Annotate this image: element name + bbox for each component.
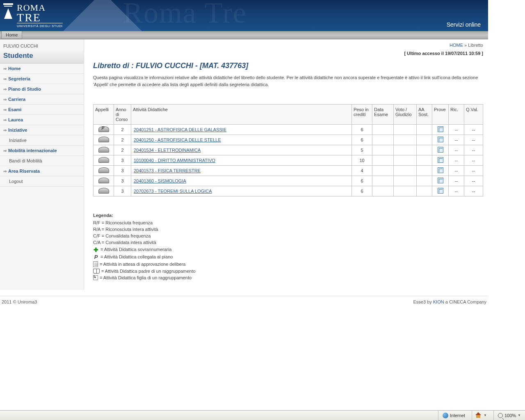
legenda-collegata: = Attività Didattica collegata al piano xyxy=(100,254,173,259)
legenda-sovrannumeraria: = Attività Didattica sovrannumeraria xyxy=(100,247,171,252)
arrow-right-icon: ⇒ xyxy=(3,97,7,102)
prove-icon[interactable] xyxy=(438,137,443,142)
sidebar-item-label: Laurea xyxy=(8,117,23,122)
activity-link[interactable]: 20401251 - ASTROFISICA DELLE GALASSIE xyxy=(134,127,226,132)
user-role: Studente xyxy=(0,50,84,64)
svg-marker-2 xyxy=(4,8,12,19)
activity-link[interactable]: 20702673 - TEOREMI SULLA LOGICA xyxy=(134,189,212,194)
cell-qval: -- xyxy=(464,166,483,176)
cell-peso: 6 xyxy=(352,186,372,196)
prove-icon[interactable] xyxy=(438,167,443,173)
cell-peso: 5 xyxy=(352,145,372,155)
appello-icon[interactable] xyxy=(98,137,109,142)
legenda-ra: R/A = Riconosciuta intera attività xyxy=(93,227,483,232)
sidebar-item-piano-di-studio[interactable]: ⇒Piano di Studio xyxy=(0,84,84,94)
plus-icon: ✚ xyxy=(93,247,99,252)
activity-link[interactable]: 20401250 - ASTROFISICA DELLE STELLE xyxy=(134,137,221,142)
appello-icon[interactable] xyxy=(98,157,109,163)
sidebar-item-area-riservata[interactable]: ⇒Area Riservata xyxy=(0,166,84,176)
activity-link[interactable]: 20401534 - ELETTRODINAMICA xyxy=(134,148,201,153)
cell-ric: -- xyxy=(449,125,464,135)
sidebar-item-laurea[interactable]: ⇒Laurea xyxy=(0,115,84,125)
cell-anno: 3 xyxy=(114,176,131,186)
cell-anno: 2 xyxy=(114,125,131,135)
cell-qval: -- xyxy=(464,176,483,186)
appello-icon[interactable] xyxy=(98,147,109,153)
cell-ric: -- xyxy=(449,135,464,145)
home-tab[interactable]: Home xyxy=(1,31,22,39)
legenda-padre: = Attività Didattica padre di un raggrup… xyxy=(101,269,196,274)
legenda-cf: C/F = Convalidata frequenza xyxy=(93,233,483,238)
activity-link[interactable]: 10100040 - DIRITTO AMMINISTRATIVO xyxy=(134,158,215,163)
appello-icon[interactable] xyxy=(98,167,109,173)
arrow-right-icon: ⇒ xyxy=(3,118,7,122)
th-prove: Prove xyxy=(432,105,449,125)
university-logo[interactable]: ROMA TRE UNIVERSITÀ DEGLI STUDI xyxy=(2,2,63,28)
cell-anno: 3 xyxy=(114,155,131,166)
page-title: Libretto di : FULVIO CUCCHI - [MAT. 4377… xyxy=(93,62,483,70)
arrow-right-icon: ⇒ xyxy=(3,169,7,173)
logo-text-bottom: TRE xyxy=(17,13,62,22)
book-icon xyxy=(93,269,100,274)
sidebar: FULVIO CUCCHI Studente ⇒Home⇒Segreteria⇒… xyxy=(0,39,84,290)
sidebar-item-label: Iniziative xyxy=(8,128,27,132)
breadcrumb-home[interactable]: HOME xyxy=(450,43,463,48)
table-row: 310100040 - DIRITTO AMMINISTRATIVO10---- xyxy=(94,155,483,166)
prove-icon[interactable] xyxy=(438,178,443,183)
cell-ric: -- xyxy=(449,145,464,155)
sidebar-item-label: Area Riservata xyxy=(8,169,40,173)
cell-qval: -- xyxy=(464,186,483,196)
table-row: 320401360 - SISMOLOGIA6---- xyxy=(94,176,483,186)
cell-ric: -- xyxy=(449,176,464,186)
sidebar-item-label: Carriera xyxy=(8,97,25,102)
sidebar-subitem-iniziative[interactable]: Iniziative xyxy=(0,135,84,146)
th-voto: Voto / Giudizio xyxy=(394,105,417,125)
legenda-attesa: = Attività in attesa di approvazione del… xyxy=(100,262,185,267)
breadcrumb-current: Libretto xyxy=(468,43,483,48)
sidebar-item-label: Mobilità internazionale xyxy=(8,148,57,153)
sidebar-nav: ⇒Home⇒Segreteria⇒Piano di Studio⇒Carrier… xyxy=(0,64,84,187)
prove-icon[interactable] xyxy=(438,147,443,153)
cell-peso: 6 xyxy=(352,125,372,135)
sidebar-item-esami[interactable]: ⇒Esami xyxy=(0,105,84,115)
cell-anno: 3 xyxy=(114,186,131,196)
logo-icon xyxy=(2,2,14,21)
prove-icon[interactable] xyxy=(438,188,443,194)
top-nav-bar: Home xyxy=(0,31,488,39)
activity-link[interactable]: 20401573 - FISICA TERRESTRE xyxy=(134,168,201,173)
breadcrumb: HOME » Libretto xyxy=(93,42,483,48)
activity-link[interactable]: 20401360 - SISMOLOGIA xyxy=(134,178,186,183)
libretto-table: Appelli Anno di Corso Attività Didattich… xyxy=(93,104,483,196)
cell-anno: 2 xyxy=(114,145,131,155)
servizi-online-link[interactable]: Servizi online xyxy=(447,21,481,28)
appello-icon[interactable] xyxy=(98,188,109,194)
cell-peso: 4 xyxy=(352,166,372,176)
arrow-right-icon: ⇒ xyxy=(3,128,7,132)
sidebar-item-iniziative[interactable]: ⇒Iniziative xyxy=(0,125,84,135)
th-data: Data Esame xyxy=(372,105,394,125)
legenda-ca: C/A = Convalidata intera attività xyxy=(93,240,483,245)
legenda-figlia: = Attività Didattica figlia di un raggru… xyxy=(100,275,192,280)
appello-icon[interactable] xyxy=(98,178,109,183)
th-attivita: Attività Didattiche xyxy=(131,105,352,125)
table-row: 320702673 - TEOREMI SULLA LOGICA6---- xyxy=(94,186,483,196)
cell-peso: 6 xyxy=(352,135,372,145)
header-pyramid-graphic xyxy=(53,0,152,31)
th-qval: Q.Val. xyxy=(464,105,483,125)
prove-icon[interactable] xyxy=(438,157,443,163)
kion-link[interactable]: KION xyxy=(433,299,444,304)
sidebar-item-carriera[interactable]: ⇒Carriera xyxy=(0,94,84,105)
sidebar-subitem-bandi-di-mobilità[interactable]: Bandi di Mobilità xyxy=(0,156,84,166)
cell-qval: -- xyxy=(464,155,483,166)
sidebar-item-home[interactable]: ⇒Home xyxy=(0,64,84,74)
table-row: 220401250 - ASTROFISICA DELLE STELLE6---… xyxy=(94,135,483,145)
table-row: 320401573 - FISICA TERRESTRE4---- xyxy=(94,166,483,176)
sidebar-item-mobilità-internazionale[interactable]: ⇒Mobilità internazionale xyxy=(0,146,84,156)
appello-icon[interactable] xyxy=(98,126,109,132)
svg-rect-0 xyxy=(3,3,13,5)
cell-ric: -- xyxy=(449,166,464,176)
prove-icon[interactable] xyxy=(438,126,443,132)
th-ric: Ric. xyxy=(449,105,464,125)
sidebar-subitem-logout[interactable]: Logout xyxy=(0,176,84,187)
sidebar-item-segreteria[interactable]: ⇒Segreteria xyxy=(0,74,84,84)
